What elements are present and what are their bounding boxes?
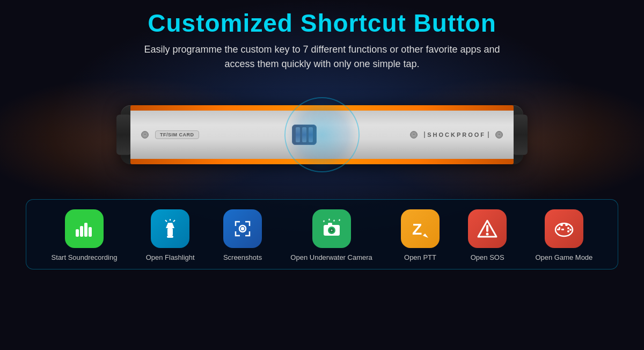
icon-item-ptt: Z Open PTT [401, 209, 440, 261]
flashlight-label: Open Flashlight [146, 253, 195, 261]
phone-section: TF/SIM CARD SHOCKPROOF [0, 76, 644, 194]
svg-rect-25 [559, 227, 560, 230]
sim-card-label: TF/SIM CARD [155, 130, 199, 139]
svg-point-11 [241, 228, 244, 230]
sos-label: Open SOS [471, 253, 504, 261]
sound-recording-label: Start Soundrecording [52, 253, 118, 261]
svg-rect-30 [565, 224, 568, 226]
sim-area: TF/SIM CARD [141, 130, 199, 139]
svg-rect-20 [486, 225, 488, 232]
screw-left [141, 131, 149, 138]
svg-rect-0 [76, 229, 79, 237]
sound-recording-icon [65, 209, 104, 248]
bumper-left [116, 114, 131, 155]
svg-rect-4 [167, 228, 173, 236]
screenshots-label: Screenshots [223, 253, 262, 261]
icon-item-underwater-camera: Open Underwater Camera [290, 209, 372, 261]
icon-item-flashlight: Open Flashlight [146, 209, 195, 261]
underwater-camera-label: Open Underwater Camera [290, 253, 372, 261]
phone-body: TF/SIM CARD SHOCKPROOF [118, 100, 526, 170]
svg-line-9 [165, 220, 167, 222]
svg-line-8 [173, 220, 175, 222]
svg-point-28 [567, 230, 569, 232]
svg-marker-5 [166, 223, 174, 228]
svg-point-26 [567, 227, 569, 229]
underwater-camera-icon [312, 209, 351, 248]
flashlight-icon [151, 209, 189, 248]
svg-marker-18 [423, 234, 428, 238]
svg-point-27 [569, 229, 572, 231]
svg-rect-16 [328, 223, 332, 225]
shockproof-label: SHOCKPROOF [424, 132, 489, 138]
svg-rect-2 [84, 223, 87, 237]
icon-item-sound-recording: Start Soundrecording [52, 209, 118, 261]
svg-point-15 [331, 229, 332, 231]
svg-point-21 [486, 232, 489, 235]
screenshots-icon [223, 209, 262, 248]
icon-item-screenshots: Screenshots [223, 209, 262, 261]
sos-icon [468, 209, 507, 248]
ptt-label: Open PTT [404, 253, 436, 261]
svg-rect-29 [560, 224, 563, 226]
ptt-icon: Z [401, 209, 440, 248]
svg-rect-24 [561, 229, 564, 230]
icon-item-sos: Open SOS [468, 209, 507, 261]
svg-rect-3 [89, 227, 92, 237]
svg-text:Z: Z [412, 220, 422, 238]
bumper-right [513, 114, 528, 155]
icon-item-game-mode: Open Game Mode [535, 209, 592, 261]
glow-ring [284, 97, 360, 172]
page-subtitle: Easily programme the custom key to 7 dif… [129, 42, 515, 71]
icons-panel: Start Soundrecording Open Flashlight [26, 199, 618, 269]
shockproof-area: SHOCKPROOF [410, 131, 503, 138]
svg-rect-6 [167, 236, 173, 238]
game-mode-icon [545, 209, 583, 248]
svg-rect-1 [80, 226, 83, 237]
page-title: Customized Shortcut Button [148, 10, 496, 37]
screw-right [495, 131, 503, 138]
game-mode-label: Open Game Mode [535, 253, 592, 261]
screw-center-right [410, 131, 418, 138]
